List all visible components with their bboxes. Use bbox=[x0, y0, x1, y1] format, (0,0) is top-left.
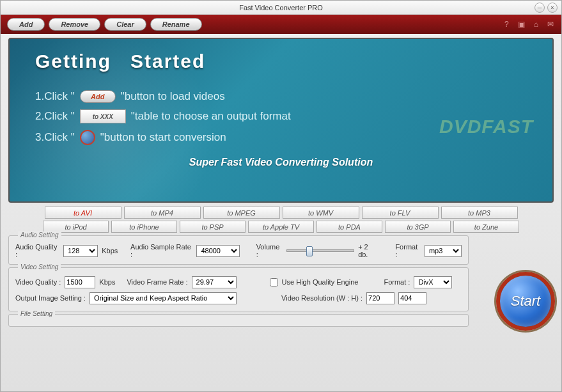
user-icon[interactable]: ▣ bbox=[518, 20, 525, 29]
dvdfast-watermark: DVDFAST bbox=[439, 116, 533, 137]
video-frame-select[interactable]: 29.97 bbox=[192, 276, 237, 288]
file-setting-group: File Setting bbox=[8, 314, 469, 327]
hero-title: GettingStarted bbox=[35, 51, 527, 72]
home-icon[interactable]: ⌂ bbox=[534, 20, 538, 29]
tab-avi[interactable]: to AVI bbox=[45, 207, 121, 219]
volume-label: Volume : bbox=[256, 243, 283, 258]
hq-engine-checkbox[interactable] bbox=[270, 278, 278, 286]
step3-start-icon bbox=[80, 130, 95, 145]
minimize-button[interactable]: ─ bbox=[535, 3, 545, 13]
video-res-h-input[interactable] bbox=[398, 292, 426, 304]
audio-sample-select[interactable]: 48000 bbox=[196, 245, 240, 257]
step2-pre: 2.Click " bbox=[35, 110, 75, 123]
audio-format-select[interactable]: mp3 bbox=[425, 245, 462, 257]
tab-3gp[interactable]: to 3GP bbox=[385, 221, 451, 233]
file-legend: File Setting bbox=[18, 310, 55, 317]
tab-zune[interactable]: to Zune bbox=[453, 221, 519, 233]
hero-title-1: Getting bbox=[35, 51, 111, 72]
video-quality-input[interactable] bbox=[65, 276, 95, 288]
tab-row-2: to iPod to iPhone to PSP to Apple TV to … bbox=[8, 221, 554, 233]
audio-quality-unit: Kbps bbox=[102, 247, 118, 255]
start-label: Start bbox=[511, 293, 540, 310]
tab-flv[interactable]: to FLV bbox=[362, 207, 439, 219]
window-title: Fast Video Converter PRO bbox=[239, 4, 323, 12]
step2-post: "table to choose an output format bbox=[131, 110, 291, 123]
step1-post: "button to load videos bbox=[121, 90, 225, 103]
output-image-label: Output Image Setting : bbox=[15, 294, 86, 302]
audio-quality-label: Audio Quality : bbox=[15, 243, 59, 258]
video-format-select[interactable]: DivX bbox=[414, 276, 452, 288]
step1-add-icon: Add bbox=[80, 90, 116, 103]
step2-table-icon: to XXX bbox=[80, 109, 126, 123]
step3-pre: 3.Click " bbox=[35, 131, 75, 144]
rename-button[interactable]: Rename bbox=[150, 18, 202, 31]
toolbar-icons: ? ▣ ⌂ ✉ bbox=[504, 20, 554, 29]
settings-area: Audio Setting Audio Quality : 128 Kbps A… bbox=[8, 235, 554, 327]
tab-iphone[interactable]: to iPhone bbox=[111, 221, 177, 233]
video-frame-label: Video Frame Rate : bbox=[127, 278, 187, 286]
hero-title-2: Started bbox=[130, 51, 205, 72]
add-button[interactable]: Add bbox=[7, 18, 45, 31]
audio-quality-select[interactable]: 128 bbox=[63, 245, 98, 257]
audio-row: Audio Quality : 128 Kbps Audio Sample Ra… bbox=[15, 243, 462, 258]
tab-psp[interactable]: to PSP bbox=[180, 221, 246, 233]
step1-pre: 1.Click " bbox=[35, 90, 75, 103]
getting-started-panel: GettingStarted 1.Click " Add "button to … bbox=[8, 38, 554, 203]
tab-pda[interactable]: to PDA bbox=[316, 221, 382, 233]
tab-mp3[interactable]: to MP3 bbox=[441, 207, 518, 219]
volume-thumb[interactable] bbox=[306, 246, 313, 256]
video-legend: Video Setting bbox=[18, 263, 61, 270]
titlebar: Fast Video Converter PRO ─ × bbox=[1, 1, 561, 15]
video-res-label: Video Resolution (W : H) : bbox=[281, 294, 363, 302]
tab-wmv[interactable]: to WMV bbox=[283, 207, 359, 219]
hq-engine-label: Use High Quality Engine bbox=[282, 278, 359, 286]
help-icon[interactable]: ? bbox=[504, 20, 509, 29]
mail-icon[interactable]: ✉ bbox=[547, 20, 554, 29]
main-toolbar: Add Remove Clear Rename ? ▣ ⌂ ✉ bbox=[1, 15, 561, 34]
audio-setting-group: Audio Setting Audio Quality : 128 Kbps A… bbox=[8, 235, 469, 265]
video-row-1: Video Quality : Kbps Video Frame Rate : … bbox=[15, 275, 462, 289]
volume-slider[interactable] bbox=[286, 249, 354, 252]
output-image-select[interactable]: Original Size and Keep Aspect Ratio bbox=[90, 292, 237, 304]
video-format-label: Format : bbox=[384, 278, 410, 286]
tab-mp4[interactable]: to MP4 bbox=[124, 207, 201, 219]
audio-legend: Audio Setting bbox=[18, 231, 61, 239]
video-res-w-input[interactable] bbox=[366, 292, 394, 304]
remove-button[interactable]: Remove bbox=[49, 18, 100, 31]
tab-mpeg[interactable]: to MPEG bbox=[203, 207, 280, 219]
close-button[interactable]: × bbox=[547, 3, 558, 13]
app-window: Fast Video Converter PRO ─ × Add Remove … bbox=[0, 0, 562, 392]
tab-row-1: to AVI to MP4 to MPEG to WMV to FLV to M… bbox=[8, 207, 554, 219]
window-controls: ─ × bbox=[535, 3, 558, 13]
hero-tagline: Super Fast Video Converting Solution bbox=[35, 157, 527, 168]
video-quality-unit: Kbps bbox=[99, 278, 115, 286]
start-button[interactable]: Start bbox=[496, 272, 555, 331]
format-tabs: to AVI to MP4 to MPEG to WMV to FLV to M… bbox=[8, 207, 554, 233]
audio-sample-label: Audio Sample Rate : bbox=[130, 243, 192, 258]
step3-post: "button to start conversion bbox=[100, 131, 226, 144]
clear-button[interactable]: Clear bbox=[104, 18, 146, 31]
video-row-2: Output Image Setting : Original Size and… bbox=[15, 291, 462, 305]
tab-appletv[interactable]: to Apple TV bbox=[248, 221, 314, 233]
audio-format-label: Format : bbox=[395, 243, 421, 258]
video-setting-group: Video Setting Video Quality : Kbps Video… bbox=[8, 267, 469, 311]
video-quality-label: Video Quality : bbox=[15, 278, 61, 286]
volume-value: + 2 db. bbox=[358, 243, 379, 258]
step-1: 1.Click " Add "button to load videos bbox=[35, 90, 527, 103]
